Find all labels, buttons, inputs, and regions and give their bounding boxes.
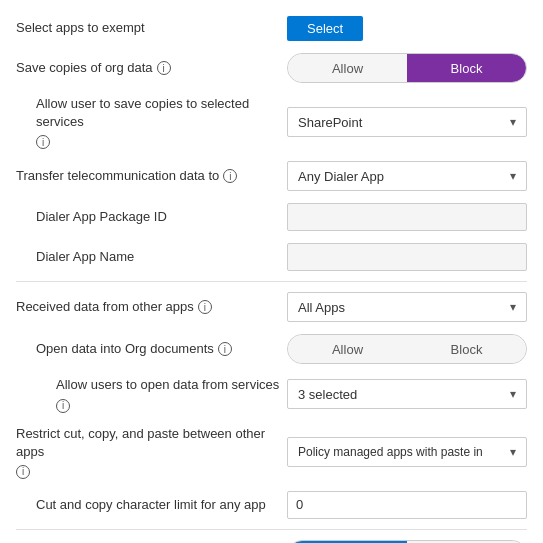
allow-save-label-col: Allow user to save copies to selected se…: [36, 95, 287, 149]
received-data-label: Received data from other apps: [16, 298, 194, 316]
restrict-cut-label-col: Restrict cut, copy, and paste between ot…: [16, 425, 287, 479]
received-data-control: All Apps ▾: [287, 292, 527, 322]
save-copies-label-col: Save copies of org data i: [16, 59, 287, 77]
cut-copy-limit-label-col: Cut and copy character limit for any app: [36, 496, 287, 514]
save-copies-block-btn[interactable]: Block: [407, 54, 526, 82]
open-data-org-info-icon[interactable]: i: [218, 342, 232, 356]
cut-copy-limit-row: Cut and copy character limit for any app: [16, 485, 527, 525]
open-data-org-label: Open data into Org documents: [36, 340, 214, 358]
received-data-label-col: Received data from other apps i: [16, 298, 287, 316]
received-data-chevron-icon: ▾: [510, 300, 516, 314]
allow-open-services-label: Allow users to open data from services: [56, 376, 279, 394]
restrict-cut-control: Policy managed apps with paste in ▾: [287, 437, 527, 467]
dialer-package-input[interactable]: [287, 203, 527, 231]
save-copies-allow-btn[interactable]: Allow: [288, 54, 407, 82]
restrict-cut-dropdown-value: Policy managed apps with paste in: [298, 445, 483, 459]
open-data-org-toggle: Allow Block: [287, 334, 527, 364]
received-data-row: Received data from other apps i All Apps…: [16, 286, 527, 328]
allow-open-services-dropdown-value: 3 selected: [298, 387, 357, 402]
dialer-name-input[interactable]: [287, 243, 527, 271]
open-data-org-block-btn[interactable]: Block: [407, 335, 526, 363]
save-copies-control: Allow Block: [287, 53, 527, 83]
allow-open-services-row: Allow users to open data from services i…: [16, 370, 527, 418]
restrict-cut-info-icon[interactable]: i: [16, 465, 30, 479]
cut-copy-limit-label: Cut and copy character limit for any app: [36, 496, 266, 514]
allow-save-label: Allow user to save copies to selected se…: [36, 95, 287, 131]
save-copies-info-icon[interactable]: i: [157, 61, 171, 75]
separator-2: [16, 529, 527, 530]
dialer-package-label: Dialer App Package ID: [36, 208, 167, 226]
received-data-info-icon[interactable]: i: [198, 300, 212, 314]
allow-open-services-chevron-icon: ▾: [510, 387, 516, 401]
allow-open-services-control: 3 selected ▾: [287, 379, 527, 409]
select-apps-button[interactable]: Select: [287, 16, 363, 41]
open-data-org-allow-btn[interactable]: Allow: [288, 335, 407, 363]
save-copies-toggle: Allow Block: [287, 53, 527, 83]
dialer-name-label-col: Dialer App Name: [36, 248, 287, 266]
dialer-package-control: [287, 203, 527, 231]
received-data-dropdown-value: All Apps: [298, 300, 345, 315]
allow-save-dropdown[interactable]: SharePoint ▾: [287, 107, 527, 137]
transfer-telecom-dropdown-value: Any Dialer App: [298, 169, 384, 184]
allow-save-dropdown-value: SharePoint: [298, 115, 362, 130]
restrict-cut-dropdown[interactable]: Policy managed apps with paste in ▾: [287, 437, 527, 467]
allow-save-control: SharePoint ▾: [287, 107, 527, 137]
restrict-cut-row: Restrict cut, copy, and paste between ot…: [16, 419, 527, 485]
transfer-telecom-dropdown[interactable]: Any Dialer App ▾: [287, 161, 527, 191]
cut-copy-limit-input[interactable]: [287, 491, 527, 519]
separator-1: [16, 281, 527, 282]
transfer-telecom-row: Transfer telecommunication data to i Any…: [16, 155, 527, 197]
select-apps-row: Select apps to exempt Select: [16, 10, 527, 47]
transfer-telecom-control: Any Dialer App ▾: [287, 161, 527, 191]
dialer-package-label-col: Dialer App Package ID: [36, 208, 287, 226]
dialer-name-row: Dialer App Name: [16, 237, 527, 277]
select-apps-label: Select apps to exempt: [16, 19, 145, 37]
allow-open-services-label-col: Allow users to open data from services i: [56, 376, 287, 412]
restrict-cut-chevron-icon: ▾: [510, 445, 516, 459]
transfer-telecom-label-col: Transfer telecommunication data to i: [16, 167, 287, 185]
dialer-package-row: Dialer App Package ID: [16, 197, 527, 237]
allow-open-services-dropdown[interactable]: 3 selected ▾: [287, 379, 527, 409]
transfer-telecom-chevron-icon: ▾: [510, 169, 516, 183]
allow-save-info-icon[interactable]: i: [36, 135, 50, 149]
open-data-org-control: Allow Block: [287, 334, 527, 364]
received-data-dropdown[interactable]: All Apps ▾: [287, 292, 527, 322]
save-copies-row: Save copies of org data i Allow Block: [16, 47, 527, 89]
allow-save-chevron-icon: ▾: [510, 115, 516, 129]
save-copies-label: Save copies of org data: [16, 59, 153, 77]
restrict-cut-label: Restrict cut, copy, and paste between ot…: [16, 425, 287, 461]
transfer-telecom-info-icon[interactable]: i: [223, 169, 237, 183]
dialer-name-control: [287, 243, 527, 271]
select-apps-control: Select: [287, 16, 527, 41]
open-data-org-row: Open data into Org documents i Allow Blo…: [16, 328, 527, 370]
screen-capture-row: Screen capture and Google Assistant i Al…: [16, 534, 527, 543]
allow-open-services-info-icon[interactable]: i: [56, 399, 70, 413]
select-apps-label-col: Select apps to exempt: [16, 19, 287, 37]
transfer-telecom-label: Transfer telecommunication data to: [16, 167, 219, 185]
allow-save-row: Allow user to save copies to selected se…: [16, 89, 527, 155]
cut-copy-limit-control: [287, 491, 527, 519]
dialer-name-label: Dialer App Name: [36, 248, 134, 266]
open-data-org-label-col: Open data into Org documents i: [36, 340, 287, 358]
